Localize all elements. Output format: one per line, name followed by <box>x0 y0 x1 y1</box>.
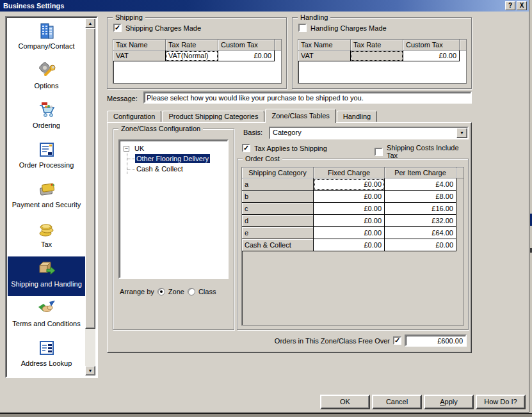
fixed-charge-cell[interactable]: £0.00 <box>314 215 385 227</box>
tax-name-cell[interactable]: VAT <box>113 51 166 61</box>
tab-zone-class-tables[interactable]: Zone/Class Tables <box>265 109 335 123</box>
tax-name-cell[interactable]: VAT <box>298 51 351 61</box>
column-header[interactable]: Custom Tax <box>218 40 275 51</box>
sidebar-item-order-processing[interactable]: Order Processing <box>8 138 85 177</box>
shipping-costs-include-tax-checkbox[interactable]: Shipping Costs Include Tax <box>375 144 471 159</box>
how-do-i-button-label: How Do I? <box>484 398 517 405</box>
close-button[interactable]: X <box>517 1 527 10</box>
column-header[interactable]: Tax Rate <box>166 40 218 51</box>
fixed-charge-cell[interactable]: £0.00 <box>314 239 385 251</box>
per-item-charge-cell[interactable]: £16.00 <box>385 203 456 215</box>
checkbox-label: Shipping Costs Include Tax <box>387 144 471 159</box>
per-item-charge-cell[interactable]: £32.00 <box>385 215 456 227</box>
checkbox-checked-icon[interactable]: ✓ <box>393 336 401 345</box>
checkbox-checked-icon[interactable]: ✓ <box>242 144 250 152</box>
category-cell[interactable]: e <box>242 227 314 239</box>
tree-node-cash-collect[interactable]: Cash & Collect <box>127 164 226 174</box>
column-header[interactable]: Shipping Category <box>242 168 314 178</box>
tree-node-label[interactable]: Cash & Collect <box>135 164 184 173</box>
tree-node-label[interactable]: UK <box>133 144 145 153</box>
zone-class-tables-page: Zone/Class Configuration − UK Other Floo… <box>107 122 472 353</box>
free-over-amount-input[interactable] <box>405 334 467 347</box>
category-cell[interactable]: c <box>242 203 314 215</box>
category-cell[interactable]: d <box>242 215 314 227</box>
business-settings-dialog: Business Settings ? X Company/Contact O <box>0 0 529 413</box>
sidebar-item-payment-security[interactable]: Payment and Security <box>8 177 85 217</box>
scrollbar-thumb[interactable] <box>85 28 95 329</box>
shipping-group: Shipping ✓ Shipping Charges Made Tax Nam… <box>107 17 287 89</box>
column-header[interactable]: Custom Tax <box>403 40 460 51</box>
checkbox-unchecked-icon[interactable] <box>375 148 383 156</box>
shipping-charges-checkbox[interactable]: ✓ Shipping Charges Made <box>113 24 201 32</box>
basis-dropdown[interactable]: Category ▼ <box>269 127 469 139</box>
column-header[interactable]: Tax Rate <box>351 40 403 51</box>
zone-radio[interactable] <box>157 288 165 295</box>
class-radio[interactable] <box>188 288 195 295</box>
per-item-charge-cell[interactable]: £8.00 <box>385 191 456 203</box>
window-title: Business Settings <box>3 2 64 10</box>
zone-radio-label[interactable]: Zone <box>168 288 184 295</box>
tab-configuration[interactable]: Configuration <box>107 111 161 122</box>
apply-button[interactable]: Apply <box>424 395 474 409</box>
fixed-charge-cell[interactable]: £0.00 <box>314 191 385 203</box>
sidebar-item-label: Payment and Security <box>8 201 85 208</box>
title-bar[interactable]: Business Settings ? X <box>0 0 529 12</box>
column-header[interactable]: Fixed Charge <box>314 168 385 178</box>
category-cell[interactable]: a <box>242 178 314 191</box>
tax-applies-checkbox[interactable]: ✓ Tax Applies to Shipping <box>242 144 327 152</box>
fixed-charge-cell[interactable]: £0.00 <box>314 203 385 215</box>
sidebar-item-label: Address Lookup <box>8 359 85 367</box>
handling-charges-checkbox[interactable]: Handling Charges Made <box>298 24 387 32</box>
fixed-charge-cell[interactable]: £0.00 <box>314 178 385 191</box>
checkbox-unchecked-icon[interactable] <box>298 24 307 32</box>
scroll-up-icon[interactable]: ▲ <box>85 19 95 28</box>
sidebar-item-options[interactable]: Options <box>8 58 85 98</box>
tab-handling[interactable]: Handling <box>337 111 377 122</box>
category-cell[interactable]: Cash & Collect <box>242 239 314 251</box>
cancel-button[interactable]: Cancel <box>372 395 422 409</box>
per-item-charge-cell[interactable]: £4.00 <box>385 178 456 191</box>
tax-rate-cell[interactable]: VAT(Normal) <box>166 51 218 61</box>
column-header[interactable]: Tax Name <box>298 40 351 51</box>
handling-group-title: Handling <box>298 13 330 21</box>
custom-tax-cell[interactable]: £0.00 <box>218 51 275 61</box>
how-do-i-button[interactable]: How Do I? <box>476 395 526 409</box>
tab-bar: Configuration Product Shipping Categorie… <box>107 109 378 122</box>
sidebar-item-address-lookup[interactable]: Address Lookup <box>8 336 85 375</box>
chevron-down-icon[interactable]: ▼ <box>456 128 467 138</box>
column-header[interactable]: Per Item Charge <box>385 168 456 178</box>
category-cell[interactable]: b <box>242 191 314 203</box>
ok-button[interactable]: OK <box>320 395 370 409</box>
column-header[interactable]: Tax Name <box>113 40 166 51</box>
collapse-icon[interactable]: − <box>124 146 129 152</box>
per-item-charge-cell[interactable]: £0.00 <box>385 239 456 251</box>
free-over-row: Orders in This Zone/Class Free Over ✓ <box>275 334 467 347</box>
scroll-down-icon[interactable]: ▼ <box>85 366 95 375</box>
order-form-icon <box>36 139 57 160</box>
tree-node-label[interactable]: Other Flooring Delivery <box>135 154 210 163</box>
message-input[interactable] <box>143 91 472 104</box>
sidebar-scrollbar[interactable]: ▲ ▼ <box>85 19 95 375</box>
cancel-button-label: Cancel <box>386 398 408 405</box>
fixed-charge-cell[interactable]: £0.00 <box>314 227 385 239</box>
tree-node-other-flooring-delivery[interactable]: Other Flooring Delivery <box>127 153 226 164</box>
table-row: VAT VAT(Normal) £0.00 <box>113 51 281 61</box>
free-over-label: Orders in This Zone/Class Free Over <box>275 337 390 345</box>
sidebar-item-shipping-handling[interactable]: Shipping and Handling <box>8 256 85 296</box>
sidebar-item-company-contact[interactable]: Company/Contact <box>8 19 85 58</box>
message-label: Message: <box>107 95 138 102</box>
basis-value: Category <box>270 128 456 138</box>
help-button[interactable]: ? <box>505 1 515 10</box>
tab-product-shipping-categories[interactable]: Product Shipping Categories <box>162 111 264 122</box>
basis-label: Basis: <box>243 129 262 136</box>
sidebar-item-terms-conditions[interactable]: Terms and Conditions <box>8 296 85 336</box>
tree-node-uk[interactable]: − UK <box>121 143 226 153</box>
custom-tax-cell[interactable]: £0.00 <box>403 51 460 61</box>
per-item-charge-cell[interactable]: £64.00 <box>385 227 456 239</box>
sidebar-item-tax[interactable]: Tax <box>8 217 85 256</box>
checkbox-checked-icon[interactable]: ✓ <box>113 24 122 32</box>
tax-rate-cell[interactable] <box>351 51 403 61</box>
sidebar-item-ordering[interactable]: Ordering <box>8 98 85 138</box>
class-radio-label[interactable]: Class <box>198 288 216 295</box>
building-icon <box>36 20 57 41</box>
